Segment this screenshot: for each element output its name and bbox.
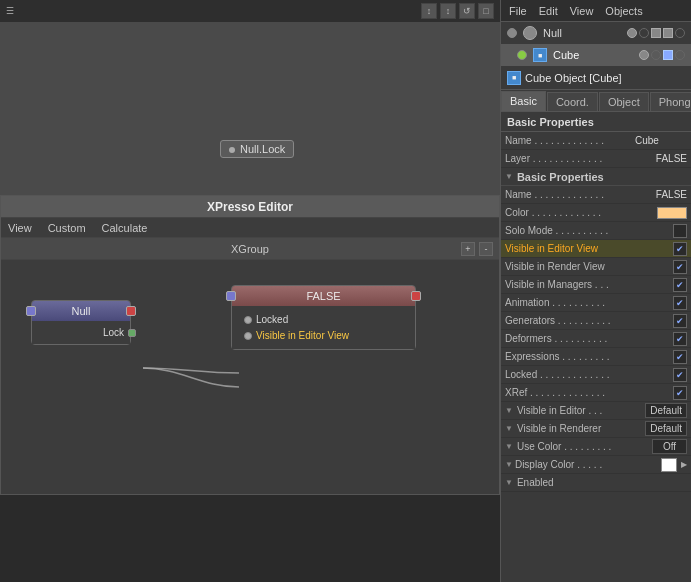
prop-solo-mode: Solo Mode . . . . . . . . . . <box>501 222 691 240</box>
use-color-value[interactable]: Off <box>652 439 687 454</box>
solo-check[interactable] <box>673 224 687 238</box>
visible-managers-check[interactable]: ✔ <box>673 278 687 292</box>
null-lock-node: Null.Lock <box>220 140 294 158</box>
display-color-swatch[interactable] <box>661 458 677 472</box>
object-list: Null ■ Cube <box>501 22 691 66</box>
layer-label: Layer . . . . . . . . . . . . . <box>505 153 647 164</box>
color-swatch[interactable] <box>657 207 687 219</box>
solo-label: Solo Mode . . . . . . . . . . <box>505 225 673 236</box>
use-color-label: Use Color . . . . . . . . . <box>517 441 648 452</box>
prop-visible-editor: Visible in Editor View ✔ <box>501 240 691 258</box>
cube-visibility-dot <box>517 50 527 60</box>
prop-row-layer: Layer . . . . . . . . . . . . . FALSE <box>501 150 691 168</box>
null-node-output-port <box>128 329 136 337</box>
visible-editor-label: Visible in Editor View <box>505 243 673 254</box>
cube-ctrl-2 <box>651 50 661 60</box>
visible-render-label: Visible in Render View <box>505 261 673 272</box>
deformers-label: Deformers . . . . . . . . . . <box>505 333 673 344</box>
null-node[interactable]: Null Lock <box>31 300 131 345</box>
animation-check[interactable]: ✔ <box>673 296 687 310</box>
right-menu-view[interactable]: View <box>566 5 598 17</box>
null-node-port-right <box>126 306 136 316</box>
display-color-label: Display Color . . . . . <box>515 459 659 470</box>
locked-label: Locked . . . . . . . . . . . . . <box>505 369 673 380</box>
xpresso-menu-calculate[interactable]: Calculate <box>99 222 151 234</box>
null-node-output-lock: Lock <box>38 327 124 338</box>
color-label: Color . . . . . . . . . . . . . <box>505 207 657 218</box>
null-name: Null <box>543 27 562 39</box>
xref-check[interactable]: ✔ <box>673 386 687 400</box>
viewport-bottom: X Y Z <box>0 495 500 582</box>
null-ctrl-3 <box>651 28 661 38</box>
property-tabs: Basic Coord. Object Phong <box>501 90 691 112</box>
xgroup-btn-add[interactable]: + <box>461 242 475 256</box>
object-row-null[interactable]: Null <box>501 22 691 44</box>
viewport-btn-move[interactable]: ↕ <box>421 3 437 19</box>
display-color-row: ▼ Display Color . . . . . ▶ <box>501 456 691 474</box>
viewport-btn-rotate[interactable]: ↕ <box>440 3 456 19</box>
visible-render-check[interactable]: ✔ <box>673 260 687 274</box>
locked-check[interactable]: ✔ <box>673 368 687 382</box>
viewport-btn-frame[interactable]: □ <box>478 3 494 19</box>
xgroup-btn-remove[interactable]: - <box>479 242 493 256</box>
prop-generators: Generators . . . . . . . . . . ✔ <box>501 312 691 330</box>
null-ctrl-4 <box>663 28 673 38</box>
object-type-icon: ■ <box>507 71 521 85</box>
sub-prop-name: Name . . . . . . . . . . . . . FALSE <box>501 186 691 204</box>
false-node[interactable]: FALSE Locked Visible in Editor View <box>231 285 416 350</box>
right-menu-objects[interactable]: Objects <box>601 5 646 17</box>
viewport-btn-scale[interactable]: ↺ <box>459 3 475 19</box>
cube-ctrl-4 <box>675 50 685 60</box>
xpresso-menu-custom[interactable]: Custom <box>45 222 89 234</box>
tab-basic[interactable]: Basic <box>501 91 546 111</box>
display-color-arrow: ▼ <box>505 460 513 469</box>
null-lock-label: Null.Lock <box>240 143 285 155</box>
right-menu-file[interactable]: File <box>505 5 531 17</box>
right-menu-edit[interactable]: Edit <box>535 5 562 17</box>
enabled-arrow: ▼ <box>505 478 513 487</box>
xgroup-bar: XGroup + - <box>1 238 499 260</box>
display-color-expand[interactable]: ▶ <box>681 460 687 469</box>
xpresso-menu-view[interactable]: View <box>5 222 35 234</box>
status-visible-renderer-value[interactable]: Default <box>645 421 687 436</box>
section2-header: ▼ Basic Properties <box>501 168 691 186</box>
right-menubar: File Edit View Objects <box>501 0 691 22</box>
deformers-check[interactable]: ✔ <box>673 332 687 346</box>
generators-check[interactable]: ✔ <box>673 314 687 328</box>
tab-phong[interactable]: Phong <box>650 92 691 111</box>
tab-object[interactable]: Object <box>599 92 649 111</box>
prop-deformers: Deformers . . . . . . . . . . ✔ <box>501 330 691 348</box>
null-node-header: Null <box>32 301 130 321</box>
prop-visible-managers: Visible in Managers . . . ✔ <box>501 276 691 294</box>
visible-editor-check[interactable]: ✔ <box>673 242 687 256</box>
cube-icon: ■ <box>533 48 547 62</box>
xpresso-title: XPresso Editor <box>1 196 499 218</box>
object-row-cube[interactable]: ■ Cube <box>501 44 691 66</box>
prop-row-name: Name . . . . . . . . . . . . . <box>501 132 691 150</box>
false-node-input-locked: Locked <box>238 313 409 326</box>
status-visible-renderer-label: Visible in Renderer <box>517 423 641 434</box>
expressions-check[interactable]: ✔ <box>673 350 687 364</box>
section2-arrow: ▼ <box>505 172 513 181</box>
xref-label: XRef . . . . . . . . . . . . . . <box>505 387 673 398</box>
status-visible-renderer: ▼ Visible in Renderer Default <box>501 420 691 438</box>
cube-ctrl-1 <box>639 50 649 60</box>
xgroup-label: XGroup <box>231 243 269 255</box>
xpresso-canvas: Null Lock FALSE <box>1 260 499 494</box>
false-node-dot-visible <box>244 332 252 340</box>
tab-coord[interactable]: Coord. <box>547 92 598 111</box>
null-node-body: Lock <box>32 321 130 344</box>
cube-controls <box>639 50 685 60</box>
false-node-header: FALSE <box>232 286 415 306</box>
false-node-dot-locked <box>244 316 252 324</box>
visible-renderer-arrow: ▼ <box>505 424 513 433</box>
object-title: Cube Object [Cube] <box>525 72 622 84</box>
name-label: Name . . . . . . . . . . . . . <box>505 135 632 146</box>
prop-xref: XRef . . . . . . . . . . . . . . ✔ <box>501 384 691 402</box>
xpresso-menubar: View Custom Calculate <box>1 218 499 238</box>
status-enabled: ▼ Enabled <box>501 474 691 492</box>
status-visible-editor-value[interactable]: Default <box>645 403 687 418</box>
null-node-port-left <box>26 306 36 316</box>
name-input[interactable] <box>632 134 687 147</box>
visible-editor-arrow: ▼ <box>505 406 513 415</box>
